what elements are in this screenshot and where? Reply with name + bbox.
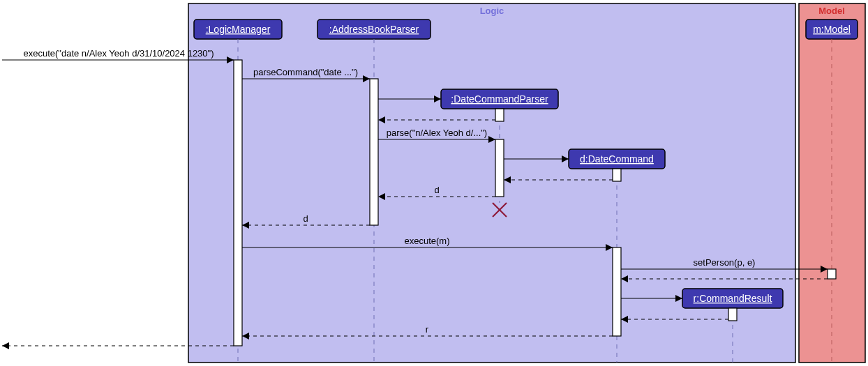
participant-logic-manager-label: :LogicManager (206, 24, 271, 35)
sequence-diagram: Logic Model :LogicManager :AddressBookPa… (0, 0, 868, 366)
msg-parse-command-label: parseCommand("date ...") (253, 67, 358, 77)
activation-address-book-parser (370, 79, 378, 225)
activation-date-command-execute (613, 247, 621, 336)
msg-set-person-label: setPerson(p, e) (694, 257, 756, 268)
participant-address-book-parser-label: :AddressBookParser (329, 24, 419, 35)
activation-date-command-parser-create (495, 109, 504, 121)
activation-date-command-create (613, 169, 621, 181)
frame-logic-label: Logic (480, 6, 504, 16)
msg-return-d-1-label: d (434, 185, 439, 195)
msg-execute-in-label: execute("date n/Alex Yeoh d/31/10/2024 1… (23, 48, 214, 59)
msg-execute-m-label: execute(m) (404, 236, 449, 246)
activation-date-command-parser-parse (495, 139, 504, 197)
svg-marker-17 (2, 342, 9, 349)
participant-model-label: m:Model (813, 24, 851, 35)
participant-date-command-parser-label: :DateCommandParser (451, 93, 548, 105)
msg-parse-label: parse("n/Alex Yeoh d/...") (387, 128, 487, 138)
activation-logic-manager (234, 60, 242, 346)
participant-date-command-label: d:DateCommand (580, 153, 654, 165)
msg-return-d-2-label: d (303, 213, 308, 224)
frame-model-label: Model (818, 6, 845, 16)
msg-return-r-label: r (426, 324, 429, 335)
activation-model (828, 269, 836, 279)
activation-command-result (728, 308, 737, 321)
participant-command-result-label: r:CommandResult (694, 293, 772, 304)
